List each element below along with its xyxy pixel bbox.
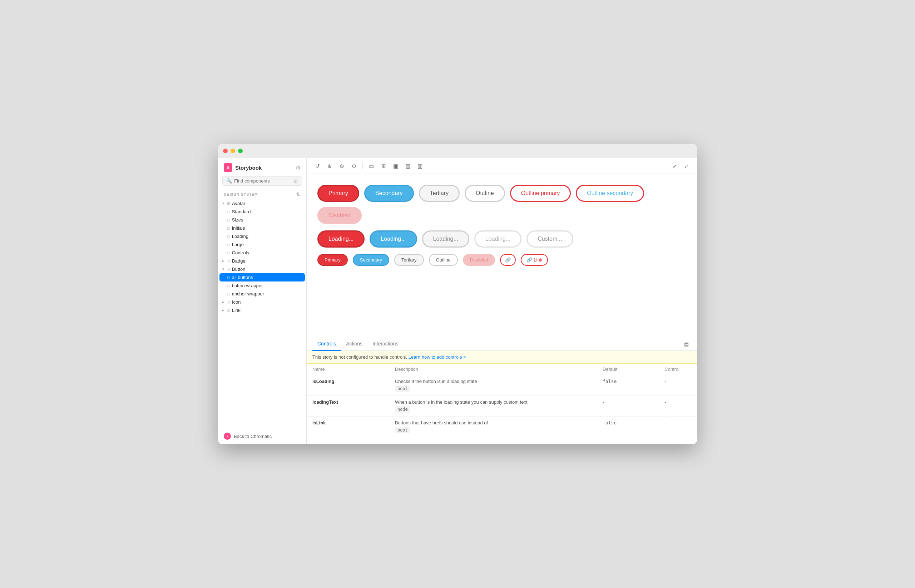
- type-badge: bool: [395, 427, 410, 433]
- grid-button[interactable]: ⊞: [379, 161, 389, 171]
- search-bar[interactable]: 🔍 /: [222, 176, 302, 186]
- type-badge: node: [395, 406, 410, 413]
- sync-button[interactable]: ↺: [313, 161, 322, 171]
- story-icon: □: [227, 218, 230, 222]
- zoom-out-button[interactable]: ⊖: [337, 161, 347, 171]
- sm-outline-button[interactable]: Outline: [429, 254, 458, 266]
- row-control-isloading: -: [659, 375, 697, 396]
- sm-disabled-button: Disabled: [463, 254, 496, 266]
- primary-button[interactable]: Primary: [317, 185, 359, 202]
- titlebar: [218, 144, 697, 158]
- tertiary-button[interactable]: Tertiary: [419, 185, 460, 202]
- sidebar-item-avatar-standard[interactable]: □ Standard: [219, 208, 305, 216]
- chevron-right-icon: ▸: [222, 258, 225, 263]
- search-icon: 🔍: [226, 178, 232, 184]
- sidebar-item-link[interactable]: ▸ ⊞ Link: [219, 306, 305, 314]
- loading-tertiary-button[interactable]: Loading...: [422, 230, 469, 247]
- button-row-large: Primary Secondary Tertiary Outline Outli…: [317, 185, 686, 224]
- sidebar-header: S Storybook ⚙: [218, 158, 306, 175]
- new-tab-button[interactable]: ⤤: [681, 161, 691, 171]
- chevron-right-icon: ▸: [222, 300, 225, 304]
- secondary-button[interactable]: Secondary: [364, 185, 414, 202]
- toolbar: ↺ ⊕ ⊖ ⊙ ▭ ⊞ ▣ ▤ ▥ ⤢ ⤤: [307, 158, 697, 174]
- outline-secondary-button[interactable]: Outline secondary: [576, 185, 644, 202]
- sidebar-item-badge[interactable]: ▸ ⊞ Badge: [219, 257, 305, 265]
- sidebar-item-avatar-large[interactable]: □ Large: [219, 241, 305, 249]
- sm-secondary-button[interactable]: Secondary: [353, 254, 389, 266]
- sidebar: S Storybook ⚙ 🔍 / DESIGN SYSTEM ⇅ ▾ ⊞: [218, 158, 307, 444]
- sidebar-item-avatar-initials[interactable]: □ Initials: [219, 224, 305, 232]
- story-icon: □: [227, 275, 230, 280]
- sidebar-brand: S Storybook: [224, 163, 262, 172]
- row-desc-loadingtext: When a button is in the loading state yo…: [389, 396, 597, 417]
- custom-button[interactable]: Custom...: [526, 230, 573, 247]
- col-default: Default: [597, 363, 659, 375]
- row-desc-islink: Buttons that have hrefs should use inste…: [389, 417, 597, 437]
- sidebar-item-avatar-loading[interactable]: □ Loading: [219, 232, 305, 241]
- brand-icon: S: [224, 163, 232, 172]
- row-default-islink: false: [597, 417, 659, 437]
- sidebar-item-anchor-wrapper[interactable]: □ anchor wrapper: [219, 290, 305, 298]
- row-name-isloading: isLoading: [307, 375, 389, 396]
- tab-interactions[interactable]: Interactions: [368, 337, 403, 351]
- sidebar-item-button[interactable]: ▾ ⊞ Button: [219, 265, 305, 273]
- loading-outline-button[interactable]: Loading...: [474, 230, 521, 247]
- minimize-button[interactable]: [230, 149, 235, 153]
- sidebar-item-button-wrapper[interactable]: □ button wrapper: [219, 281, 305, 290]
- story-icon: □: [227, 292, 230, 296]
- canvas-area: Primary Secondary Tertiary Outline Outli…: [307, 174, 697, 337]
- sidebar-item-avatar[interactable]: ▾ ⊞ Avatar: [219, 199, 305, 208]
- zoom-reset-button[interactable]: ⊙: [349, 161, 359, 171]
- row-control-islink: -: [659, 417, 697, 437]
- outline-button[interactable]: ▥: [415, 161, 425, 171]
- tab-controls[interactable]: Controls: [313, 337, 341, 351]
- back-to-chromatic-link[interactable]: ✦ Back to Chromatic: [224, 433, 301, 440]
- background-button[interactable]: ▣: [391, 161, 401, 171]
- sm-icon-button[interactable]: 🔗: [500, 254, 516, 266]
- loading-primary-button[interactable]: Loading...: [317, 230, 364, 247]
- loading-secondary-button[interactable]: Loading...: [369, 230, 417, 247]
- chevron-right-icon: ▸: [222, 308, 225, 313]
- sm-primary-button[interactable]: Primary: [317, 254, 348, 266]
- panel-toggle-button[interactable]: ▤: [681, 339, 691, 349]
- viewport-button[interactable]: ▭: [366, 161, 376, 171]
- col-name: Name: [307, 363, 389, 375]
- back-label: Back to Chromatic: [234, 434, 272, 439]
- sidebar-item-avatar-sizes[interactable]: □ Sizes: [219, 216, 305, 224]
- row-name-islink: isLink: [307, 417, 389, 437]
- outline-primary-button[interactable]: Outline primary: [510, 185, 571, 202]
- info-link[interactable]: Learn how to add controls >: [408, 354, 466, 360]
- panel-tabs: Controls Actions Interactions ▤: [307, 337, 697, 351]
- info-banner: This story is not configured to handle c…: [307, 351, 697, 363]
- sidebar-item-all-buttons[interactable]: □ all buttons: [219, 273, 305, 281]
- bottom-panel: Controls Actions Interactions ▤ This sto…: [307, 337, 697, 444]
- sidebar-item-icon[interactable]: ▸ ⊞ Icon: [219, 298, 305, 306]
- sm-link-button[interactable]: 🔗 Link: [521, 254, 548, 266]
- chevron-down-icon: ▾: [222, 201, 225, 206]
- brand-name: Storybook: [235, 165, 262, 171]
- toolbar-right: ⤢ ⤤: [670, 161, 691, 171]
- search-input[interactable]: [234, 178, 291, 184]
- component-icon: ⊞: [227, 300, 230, 304]
- link-icon-2: 🔗: [526, 257, 532, 263]
- table-body: isLoading Checks if the button is in a l…: [307, 375, 697, 437]
- fullscreen-button[interactable]: ⤢: [670, 161, 680, 171]
- table-row: loadingText When a button is in the load…: [307, 396, 697, 417]
- info-text: This story is not configured to handle c…: [313, 354, 407, 360]
- tab-actions[interactable]: Actions: [341, 337, 368, 351]
- measure-button[interactable]: ▤: [403, 161, 413, 171]
- disabled-button: Disabled: [317, 207, 362, 224]
- outline-button[interactable]: Outline: [465, 185, 505, 202]
- zoom-in-button[interactable]: ⊕: [324, 161, 335, 171]
- row-name-loadingtext: loadingText: [307, 396, 389, 417]
- settings-icon[interactable]: ⚙: [296, 164, 301, 171]
- close-button[interactable]: [223, 149, 228, 153]
- search-shortcut: /: [293, 179, 298, 184]
- controls-table: Name Description Default Control isLoadi…: [307, 363, 697, 437]
- maximize-button[interactable]: [238, 149, 243, 153]
- sm-tertiary-button[interactable]: Tertiary: [394, 254, 424, 266]
- component-icon: ⊞: [227, 201, 230, 206]
- link-icon: 🔗: [505, 257, 511, 263]
- sidebar-item-avatar-controls[interactable]: □ Controls: [219, 249, 305, 257]
- sidebar-footer: ✦ Back to Chromatic: [218, 428, 306, 444]
